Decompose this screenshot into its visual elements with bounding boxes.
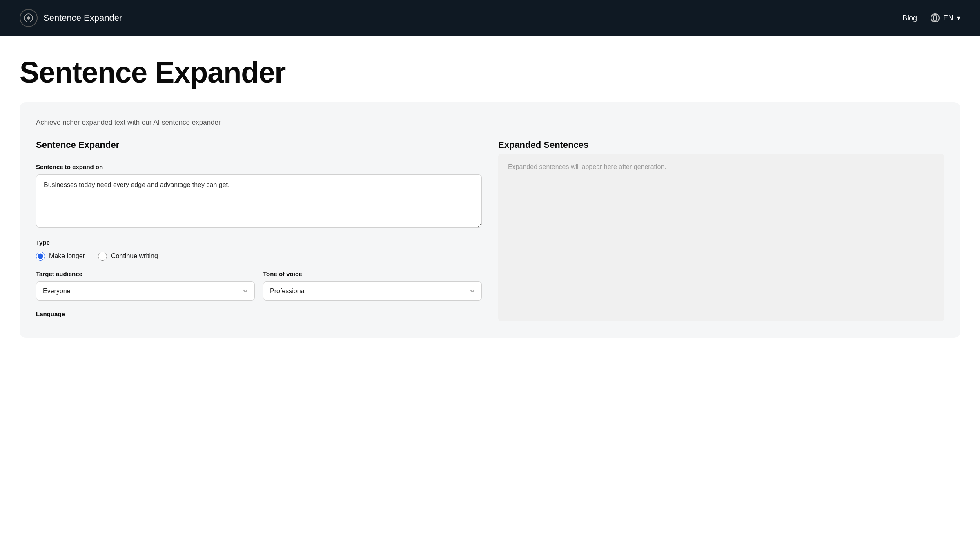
sentence-textarea[interactable]: Businesses today need every edge and adv… bbox=[36, 174, 482, 228]
language-label: Language bbox=[36, 310, 482, 317]
right-panel-heading: Expanded Sentences bbox=[498, 140, 944, 150]
sentence-label: Sentence to expand on bbox=[36, 163, 482, 170]
expanded-placeholder: Expanded sentences will appear here afte… bbox=[508, 163, 666, 170]
radio-continue-writing[interactable]: Continue writing bbox=[98, 252, 158, 261]
tool-subtitle: Achieve richer expanded text with our AI… bbox=[36, 118, 944, 127]
left-panel-heading: Sentence Expander bbox=[36, 140, 482, 150]
logo-text: Sentence Expander bbox=[43, 13, 122, 23]
header: Sentence Expander Blog EN ▾ bbox=[0, 0, 980, 36]
language-section: Language bbox=[36, 310, 482, 321]
target-audience-label: Target audience bbox=[36, 270, 255, 277]
expanded-output: Expanded sentences will appear here afte… bbox=[498, 154, 944, 321]
tool-grid: Sentence Expander Sentence to expand on … bbox=[36, 140, 944, 321]
main-content: Sentence Expander Achieve richer expande… bbox=[0, 36, 980, 338]
radio-continue-writing-label: Continue writing bbox=[111, 252, 158, 260]
logo-icon bbox=[20, 9, 38, 27]
sentence-field-group: Sentence to expand on Businesses today n… bbox=[36, 163, 482, 229]
radio-continue-writing-input[interactable] bbox=[98, 252, 107, 261]
target-audience-group: Target audience Everyone Students Profes… bbox=[36, 270, 255, 301]
lang-chevron: ▾ bbox=[957, 13, 960, 22]
radio-group: Make longer Continue writing bbox=[36, 252, 482, 261]
left-panel: Sentence Expander Sentence to expand on … bbox=[36, 140, 482, 321]
radio-make-longer[interactable]: Make longer bbox=[36, 252, 85, 261]
header-nav: Blog EN ▾ bbox=[902, 13, 960, 23]
logo[interactable]: Sentence Expander bbox=[20, 9, 122, 27]
globe-icon bbox=[930, 13, 940, 23]
type-label: Type bbox=[36, 239, 482, 246]
lang-code: EN bbox=[943, 14, 953, 22]
tone-of-voice-label: Tone of voice bbox=[263, 270, 482, 277]
language-selector[interactable]: EN ▾ bbox=[930, 13, 960, 23]
dropdowns-row: Target audience Everyone Students Profes… bbox=[36, 270, 482, 301]
radio-make-longer-input[interactable] bbox=[36, 252, 45, 261]
type-section: Type Make longer Continue writing bbox=[36, 239, 482, 261]
target-audience-select[interactable]: Everyone Students Professionals Children bbox=[36, 281, 255, 301]
blog-link[interactable]: Blog bbox=[902, 14, 917, 22]
svg-point-1 bbox=[27, 17, 30, 19]
tone-of-voice-select[interactable]: Professional Casual Formal Friendly bbox=[263, 281, 482, 301]
tone-of-voice-group: Tone of voice Professional Casual Formal… bbox=[263, 270, 482, 301]
page-title: Sentence Expander bbox=[20, 56, 960, 89]
radio-make-longer-label: Make longer bbox=[49, 252, 85, 260]
right-panel: Expanded Sentences Expanded sentences wi… bbox=[498, 140, 944, 321]
tool-container: Achieve richer expanded text with our AI… bbox=[20, 102, 960, 338]
